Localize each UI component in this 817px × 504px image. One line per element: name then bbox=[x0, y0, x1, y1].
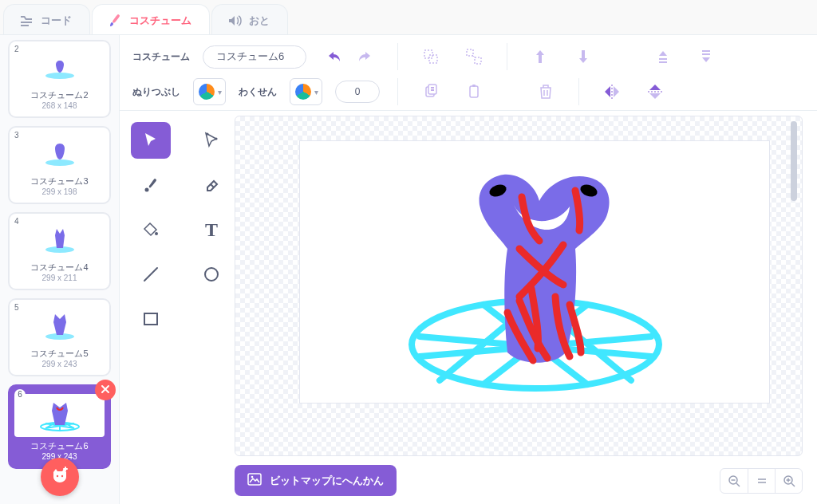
outline-color-picker[interactable]: ▾ bbox=[290, 78, 322, 105]
text-tool[interactable]: T bbox=[191, 211, 231, 248]
workspace: T bbox=[120, 111, 817, 504]
delete-costume-button[interactable] bbox=[95, 380, 116, 400]
backward-button[interactable] bbox=[691, 43, 721, 70]
costume-item[interactable]: 4 コスチューム4 299 x 211 bbox=[8, 212, 111, 290]
svg-point-5 bbox=[56, 474, 57, 476]
costume-name-input[interactable] bbox=[203, 45, 306, 69]
tool-palette: T bbox=[120, 111, 235, 504]
close-icon bbox=[101, 384, 110, 396]
paste-button[interactable] bbox=[459, 78, 489, 105]
copy-button[interactable] bbox=[416, 78, 446, 105]
costume-item[interactable]: 5 コスチューム5 299 x 243 bbox=[8, 298, 111, 376]
color-swatch-icon bbox=[199, 84, 215, 100]
flip-horizontal-button[interactable] bbox=[597, 78, 627, 105]
art-stage bbox=[299, 140, 770, 404]
brush-icon bbox=[107, 13, 123, 29]
costume-number: 2 bbox=[14, 45, 19, 53]
costume-size: 268 x 148 bbox=[14, 101, 105, 110]
ungroup-button[interactable] bbox=[459, 43, 489, 70]
svg-rect-16 bbox=[472, 85, 476, 87]
separator bbox=[507, 43, 507, 70]
group-button[interactable] bbox=[416, 43, 446, 70]
canvas[interactable] bbox=[235, 116, 803, 456]
costume-thumbnail bbox=[14, 308, 105, 345]
fill-tool[interactable] bbox=[131, 211, 171, 248]
costume-size: 299 x 211 bbox=[14, 274, 105, 282]
tab-sounds[interactable]: おと bbox=[211, 4, 288, 34]
svg-rect-11 bbox=[539, 55, 542, 63]
costume-number: 4 bbox=[14, 217, 19, 226]
costume-item[interactable]: 3 コスチューム3 299 x 198 bbox=[8, 126, 111, 204]
color-swatch-icon bbox=[295, 84, 311, 100]
canvas-area bbox=[235, 111, 817, 504]
svg-point-18 bbox=[215, 138, 218, 140]
tab-sounds-label: おと bbox=[249, 14, 270, 28]
bitmap-icon bbox=[247, 473, 262, 488]
costume-size: 299 x 243 bbox=[14, 360, 105, 368]
costume-name-label: コスチューム bbox=[132, 50, 190, 64]
undo-button[interactable] bbox=[319, 43, 349, 70]
select-tool[interactable] bbox=[131, 122, 171, 159]
costume-thumbnail bbox=[14, 136, 105, 172]
tab-costumes[interactable]: コスチューム bbox=[92, 4, 210, 34]
costume-number: 3 bbox=[14, 131, 19, 140]
line-tool[interactable] bbox=[131, 256, 171, 293]
zoom-reset-button[interactable] bbox=[748, 469, 775, 493]
sound-icon bbox=[227, 13, 243, 29]
tab-code-label: コード bbox=[41, 14, 72, 28]
costume-list: 2 コスチューム2 268 x 148 3 コスチューム3 299 x 198 … bbox=[0, 35, 120, 504]
reshape-tool[interactable] bbox=[191, 122, 231, 159]
eraser-tool[interactable] bbox=[191, 167, 231, 203]
bottom-bar: ビットマップにへんかん bbox=[235, 465, 803, 496]
costume-item[interactable]: 2 コスチューム2 268 x 148 bbox=[8, 40, 111, 118]
circle-tool[interactable] bbox=[191, 256, 231, 293]
outline-width-input[interactable] bbox=[335, 81, 380, 103]
svg-rect-14 bbox=[428, 85, 436, 94]
front-button[interactable] bbox=[525, 43, 555, 70]
svg-rect-12 bbox=[582, 50, 585, 58]
svg-rect-10 bbox=[475, 57, 481, 64]
costume-size: 299 x 198 bbox=[14, 187, 105, 196]
forward-button[interactable] bbox=[648, 43, 678, 70]
svg-point-21 bbox=[205, 268, 218, 281]
convert-to-bitmap-button[interactable]: ビットマップにへんかん bbox=[235, 465, 397, 496]
costume-name: コスチューム3 bbox=[14, 175, 105, 187]
costume-number: 6 bbox=[14, 389, 26, 400]
separator bbox=[578, 78, 579, 105]
svg-rect-8 bbox=[429, 55, 437, 63]
svg-point-19 bbox=[145, 188, 149, 192]
rectangle-tool[interactable] bbox=[131, 301, 171, 337]
paint-editor: コスチューム ぬりつぶし ▾ bbox=[120, 35, 817, 504]
costume-thumbnail bbox=[14, 222, 105, 258]
editor-toolbar: コスチューム ぬりつぶし ▾ bbox=[120, 35, 817, 111]
svg-point-27 bbox=[251, 476, 254, 478]
convert-button-label: ビットマップにへんかん bbox=[270, 474, 384, 488]
flip-vertical-button[interactable] bbox=[640, 78, 670, 105]
tab-code[interactable]: コード bbox=[3, 4, 90, 34]
separator bbox=[397, 43, 398, 70]
costume-thumbnail bbox=[14, 394, 105, 437]
editor-tabs: コード コスチューム おと bbox=[0, 0, 817, 35]
zoom-in-button[interactable] bbox=[775, 469, 802, 493]
costume-name: コスチューム5 bbox=[14, 348, 105, 360]
delete-button[interactable] bbox=[531, 78, 561, 105]
redo-button[interactable] bbox=[349, 43, 380, 70]
add-costume-button[interactable] bbox=[41, 458, 79, 496]
costume-name: コスチューム6 bbox=[14, 440, 105, 452]
cat-plus-icon bbox=[49, 466, 70, 489]
svg-rect-15 bbox=[470, 86, 478, 97]
brush-tool[interactable] bbox=[131, 167, 171, 203]
zoom-controls bbox=[720, 468, 803, 494]
costume-item-selected[interactable]: 6 コスチューム6 299 x 243 bbox=[8, 384, 111, 469]
svg-rect-9 bbox=[467, 49, 473, 56]
vertical-scrollbar[interactable] bbox=[791, 121, 797, 201]
separator bbox=[397, 78, 398, 105]
outline-label: わくせん bbox=[239, 85, 277, 99]
costume-name: コスチューム4 bbox=[14, 262, 105, 274]
svg-point-6 bbox=[61, 474, 62, 476]
fill-color-picker[interactable]: ▾ bbox=[193, 78, 226, 105]
code-icon bbox=[18, 13, 34, 29]
costume-name: コスチューム2 bbox=[14, 89, 105, 101]
back-button[interactable] bbox=[568, 43, 598, 70]
zoom-out-button[interactable] bbox=[720, 469, 748, 493]
